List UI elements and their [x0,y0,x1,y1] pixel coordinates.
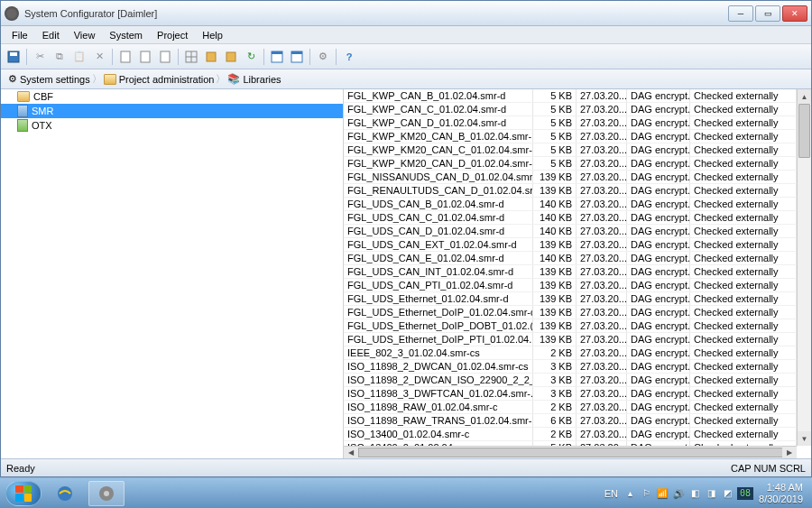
cell-size: 3 KB [533,387,577,400]
start-button[interactable] [5,481,42,506]
grid-row[interactable]: FGL_KWP_KM20_CAN_C_01.02.04.smr-...5 KB2… [344,143,797,157]
svg-rect-8 [207,52,216,61]
settings-icon[interactable]: ⚙ [314,48,332,66]
taskbar: EN ▴ ⚐ 📶 🔊 ◧ ◨ ◩ 08 1:48 AM 8/30/2019 [0,477,812,508]
grid-row[interactable]: FGL_UDS_Ethernet_DoIP_PTI_01.02.04.:...1… [344,333,797,346]
scroll-thumb[interactable] [798,104,810,158]
tray-flag-icon[interactable]: ⚐ [640,487,652,500]
crumb-libraries[interactable]: 📚Libraries [224,73,284,85]
crumb-system-settings[interactable]: ⚙System settings [5,73,94,85]
grid-row[interactable]: FGL_KWP_KM20_CAN_D_01.02.04.smr-...5 KB2… [344,157,797,171]
tray-desktop-num[interactable]: 08 [737,487,753,500]
vertical-scrollbar[interactable]: ▲ ▼ [797,89,811,446]
grid-row[interactable]: ISO_11898_RAW_TRANS_01.02.04.smr-...6 KB… [344,414,797,428]
task-ie[interactable] [47,481,83,506]
minimize-button[interactable]: ─ [728,5,753,22]
tree-item-cbf[interactable]: CBF [1,89,343,104]
grid-row[interactable]: FGL_UDS_Ethernet_01.02.04.smr-d139 KB27.… [344,292,797,306]
cell-enc: DAG encrypt... [627,306,690,319]
grid-row[interactable]: FGL_KWP_CAN_D_01.02.04.smr-d5 KB27.03.20… [344,116,797,130]
scroll-left-icon[interactable]: ◀ [344,447,358,458]
horizontal-scrollbar[interactable]: ◀ ▶ [344,446,797,458]
menu-help[interactable]: Help [195,28,230,42]
cell-check: Checked externally [690,184,797,197]
tree-item-smr[interactable]: SMR [1,104,343,118]
delete-icon[interactable]: ✕ [90,48,108,66]
grid-icon[interactable] [182,48,200,66]
grid-row[interactable]: IEEE_802_3_01.02.04.smr-cs2 KB27.03.20..… [344,346,797,360]
doc3-icon[interactable] [156,48,174,66]
cell-size: 139 KB [533,238,577,251]
cell-name: FGL_KWP_KM20_CAN_B_01.02.04.smr-... [344,130,533,143]
breadcrumb: ⚙System settings 〉 Project administratio… [1,69,811,89]
tray-app1-icon[interactable]: ◧ [688,487,701,500]
grid-body[interactable]: FGL_KWP_CAN_B_01.02.04.smr-d5 KB27.03.20… [344,89,797,446]
tree-item-otx[interactable]: OTX [1,118,343,133]
tray-app2-icon[interactable]: ◨ [705,487,717,500]
folder-icon [104,74,116,85]
cell-size: 139 KB [533,306,577,319]
menu-view[interactable]: View [67,28,103,42]
grid-row[interactable]: FGL_UDS_CAN_C_01.02.04.smr-d140 KB27.03.… [344,211,797,225]
box2-icon[interactable] [222,48,240,66]
cell-date: 27.03.20... [577,333,627,346]
crumb-project-admin[interactable]: Project administration [100,74,218,85]
grid-row[interactable]: ISO_11898_3_DWFTCAN_01.02.04.smr-...3 KB… [344,387,797,401]
tray-sound-icon[interactable]: 🔊 [672,487,685,500]
grid-row[interactable]: FGL_UDS_CAN_D_01.02.04.smr-d140 KB27.03.… [344,225,797,238]
cell-size: 5 KB [533,103,577,115]
cell-enc: DAG encrypt... [627,143,690,156]
tray-app3-icon[interactable]: ◩ [721,487,734,500]
close-button[interactable]: ✕ [782,5,807,22]
grid-row[interactable]: FGL_NISSANUDS_CAN_D_01.02.04.smr...139 K… [344,171,797,184]
menu-file[interactable]: File [5,28,35,42]
grid-row[interactable]: FGL_UDS_CAN_PTI_01.02.04.smr-d139 KB27.0… [344,279,797,292]
grid-row[interactable]: FGL_KWP_CAN_B_01.02.04.smr-d5 KB27.03.20… [344,89,797,103]
tray-network-icon[interactable]: 📶 [656,487,669,500]
file-grid: FGL_KWP_CAN_B_01.02.04.smr-d5 KB27.03.20… [344,89,811,458]
tree-panel[interactable]: CBFSMROTX [1,89,344,458]
scroll-right-icon[interactable]: ▶ [782,447,797,458]
grid-row[interactable]: ISO_11898_2_DWCAN_01.02.04.smr-cs3 KB27.… [344,360,797,374]
grid-row[interactable]: FGL_UDS_Ethernet_DoIP_DOBT_01.02.(...139… [344,319,797,333]
scroll-up-icon[interactable]: ▲ [798,89,811,104]
cut-icon[interactable]: ✂ [31,48,49,66]
titlebar[interactable]: System Configurator [Daimler] ─ ▭ ✕ [1,1,811,26]
scroll-down-icon[interactable]: ▼ [798,431,811,446]
grid-row[interactable]: ISO_11898_RAW_01.02.04.smr-c2 KB27.03.20… [344,401,797,414]
window1-icon[interactable] [268,48,286,66]
tray-clock[interactable]: 1:48 AM 8/30/2019 [759,482,807,503]
scroll-thumb-h[interactable] [358,448,791,457]
grid-row[interactable]: FGL_UDS_Ethernet_DoIP_01.02.04.smr-d139 … [344,306,797,319]
cell-check: Checked externally [690,374,797,386]
window2-icon[interactable] [288,48,306,66]
copy-icon[interactable]: ⧉ [51,48,69,66]
cell-date: 27.03.20... [577,387,627,400]
grid-row[interactable]: FGL_KWP_KM20_CAN_B_01.02.04.smr-...5 KB2… [344,130,797,143]
grid-row[interactable]: ISO_11898_2_DWCAN_ISO_22900_2_2_(...3 KB… [344,374,797,387]
grid-row[interactable]: FGL_RENAULTUDS_CAN_D_01.02.04.sr...139 K… [344,184,797,198]
grid-row[interactable]: FGL_KWP_CAN_C_01.02.04.smr-d5 KB27.03.20… [344,103,797,116]
grid-row[interactable]: ISO_13400_01.02.04.smr-c2 KB27.03.20...D… [344,428,797,441]
task-configurator[interactable] [88,481,125,506]
cell-check: Checked externally [690,428,797,440]
help-icon[interactable]: ? [340,48,358,66]
doc2-icon[interactable] [136,48,154,66]
menu-project[interactable]: Project [150,28,195,42]
paste-icon[interactable]: 📋 [70,48,88,66]
grid-row[interactable]: FGL_UDS_CAN_B_01.02.04.smr-d140 KB27.03.… [344,198,797,211]
menu-system[interactable]: System [102,28,150,42]
tray-lang[interactable]: EN [604,488,618,499]
library-icon: 📚 [227,73,240,85]
box1-icon[interactable] [202,48,220,66]
tray-up-icon[interactable]: ▴ [623,487,636,500]
grid-row[interactable]: FGL_UDS_CAN_EXT_01.02.04.smr-d139 KB27.0… [344,238,797,252]
menu-edit[interactable]: Edit [35,28,67,42]
refresh-icon[interactable]: ↻ [242,48,260,66]
save-icon[interactable] [5,48,23,66]
doc1-icon[interactable] [116,48,134,66]
cell-date: 27.03.20... [577,414,627,427]
maximize-button[interactable]: ▭ [755,5,780,22]
grid-row[interactable]: FGL_UDS_CAN_E_01.02.04.smr-d140 KB27.03.… [344,252,797,265]
grid-row[interactable]: FGL_UDS_CAN_INT_01.02.04.smr-d139 KB27.0… [344,265,797,279]
